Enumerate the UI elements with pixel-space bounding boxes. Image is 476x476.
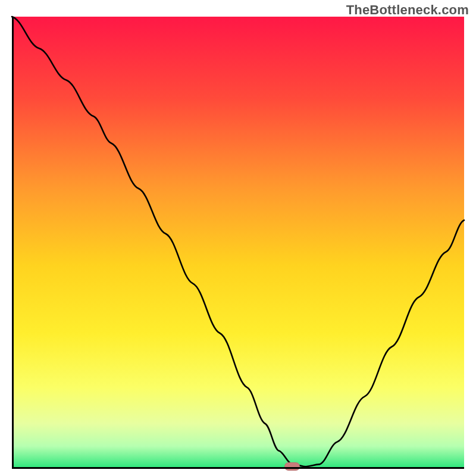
y-axis-line: [12, 17, 14, 469]
bottleneck-curve: [12, 17, 464, 469]
x-axis-line: [12, 467, 464, 469]
chart-axes: [12, 17, 464, 469]
watermark-text: TheBottleneck.com: [346, 2, 469, 18]
chart-root: TheBottleneck.com: [0, 0, 476, 476]
